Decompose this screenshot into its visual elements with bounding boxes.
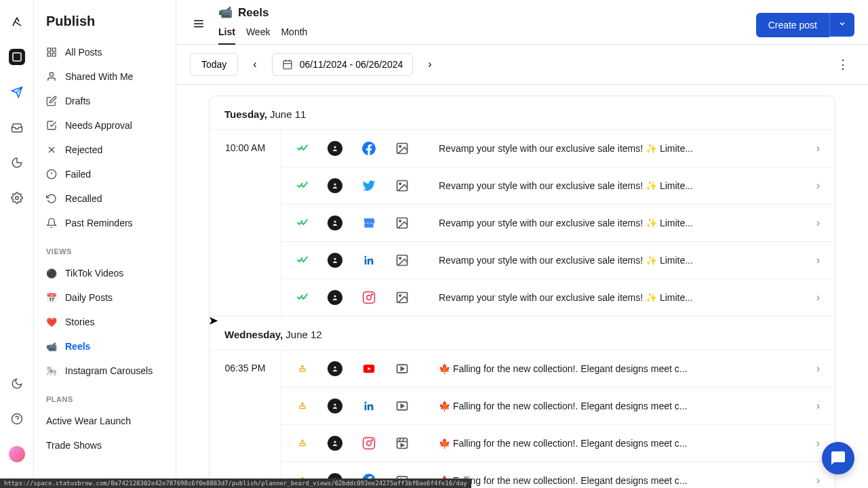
svg-rect-51 [363,438,375,449]
chevron-right-icon: › [816,254,820,266]
today-button[interactable]: Today [190,53,238,76]
next-button[interactable]: › [421,54,438,75]
date-range-button[interactable]: 06/11/2024 - 06/26/2024 [272,53,414,76]
post-row[interactable]: 🍁 Falling for the new collection!. Elega… [281,388,835,425]
svg-point-40 [334,367,336,369]
status-url: https://space.statusbrew.com/8a742128302… [0,479,471,488]
nav-item-drafts[interactable]: Drafts [34,89,176,113]
nav-settings-icon[interactable] [9,190,25,206]
title-emoji: 📹 [218,5,233,20]
instagram-icon [361,290,376,305]
svg-rect-0 [13,53,21,61]
chevron-right-icon: › [816,400,820,412]
logo-icon[interactable] [9,14,25,30]
post-text: 🍁 Falling for the new collection!. Elega… [428,363,797,374]
facebook-icon [361,141,376,156]
post-row[interactable]: 🍁 Falling for the new collection!. Elega… [281,425,835,462]
plans-label: PLANS [34,383,176,409]
brand-dot-icon [328,436,342,451]
svg-rect-17 [283,61,292,69]
create-post-button[interactable]: Create post [756,13,829,37]
nav-item-failed[interactable]: Failed [34,162,176,186]
brand-dot-icon [328,290,342,305]
nav-icon [46,47,57,58]
svg-point-29 [399,220,401,222]
nav-item-recalled[interactable]: Recalled [34,186,176,211]
image-icon [395,253,409,267]
post-row[interactable]: Revamp your style with our exclusive sal… [281,242,835,279]
tab-week[interactable]: Week [246,22,271,44]
svg-point-26 [399,183,401,185]
nav-inbox-icon[interactable] [9,119,25,136]
svg-point-23 [399,146,401,148]
view-item-daily-posts[interactable]: 📅Daily Posts [34,285,176,310]
svg-point-1 [15,197,18,200]
linkedin-icon [361,253,376,268]
tab-month[interactable]: Month [281,22,307,44]
hamburger-icon[interactable] [190,15,208,35]
nav-item-past-reminders[interactable]: Past Reminders [34,211,176,235]
instagram-icon [361,436,376,451]
chevron-right-icon: › [816,217,820,229]
tab-list[interactable]: List [218,22,235,44]
svg-point-35 [367,296,372,300]
svg-rect-54 [397,439,408,449]
post-row[interactable]: Revamp your style with our exclusive sal… [281,130,835,167]
nav-item-rejected[interactable]: Rejected [34,138,176,162]
nav-icon [46,120,57,131]
nav-icon [46,193,57,204]
svg-point-8 [50,73,53,76]
nav-home-icon[interactable] [9,49,25,65]
status-icon [296,255,309,266]
view-emoji: 🎠 [46,366,57,376]
svg-marker-48 [401,405,403,408]
image-icon [395,291,409,304]
brand-dot-icon [328,216,342,230]
help-icon[interactable] [9,411,25,427]
time-cell: 06:35 PM [210,350,281,488]
post-row[interactable]: Revamp your style with our exclusive sal… [281,279,835,316]
chat-bubble-icon[interactable] [822,442,854,474]
create-post-dropdown[interactable] [829,13,854,37]
view-item-instagram-carousels[interactable]: 🎠Instagram Carousels [34,359,176,383]
nav-item-all-posts[interactable]: All Posts [34,40,176,64]
view-emoji: 📅 [46,293,57,303]
status-icon [296,143,309,155]
chevron-right-icon: › [816,180,820,192]
view-item-reels[interactable]: 📹Reels [34,334,176,359]
sidebar: Publish All PostsShared With MeDraftsNee… [34,0,176,488]
svg-point-50 [334,441,336,443]
svg-rect-6 [47,53,51,56]
svg-point-38 [399,295,401,297]
post-row[interactable]: Revamp your style with our exclusive sal… [281,205,835,242]
reel-icon [395,436,409,450]
prev-button[interactable]: ‹ [246,54,263,75]
chevron-right-icon: › [816,437,820,449]
status-icon [296,363,309,375]
svg-rect-4 [47,48,51,52]
post-text: Revamp your style with our exclusive sal… [428,180,797,191]
image-icon [395,179,409,192]
view-item-stories[interactable]: ❤️Stories [34,310,176,334]
chevron-right-icon: › [816,474,820,487]
svg-point-52 [367,441,372,446]
plan-item[interactable]: Trade Shows [34,433,176,458]
nav-send-icon[interactable] [9,84,25,100]
post-row[interactable]: Revamp your style with our exclusive sal… [281,167,835,205]
post-row[interactable]: 🍁 Falling for the new collection!. Elega… [281,350,835,388]
nav-icon [46,71,57,82]
svg-point-30 [334,258,336,260]
plan-item[interactable]: Active Wear Launch [34,409,176,433]
more-menu-icon[interactable]: ⋮ [831,54,854,75]
post-text: Revamp your style with our exclusive sal… [428,255,797,266]
nav-item-needs-approval[interactable]: Needs Approval [34,113,176,138]
post-text: Revamp your style with our exclusive sal… [428,292,797,303]
brand-dot-icon [328,141,342,156]
status-icon [296,218,309,229]
theme-icon[interactable] [9,375,25,392]
avatar[interactable] [9,446,25,462]
time-cell: 10:00 AM [210,130,281,316]
nav-item-shared-with-me[interactable]: Shared With Me [34,64,176,89]
view-item-tiktok-videos[interactable]: ⚫TikTok Videos [34,261,176,285]
nav-analytics-icon[interactable] [9,155,25,171]
